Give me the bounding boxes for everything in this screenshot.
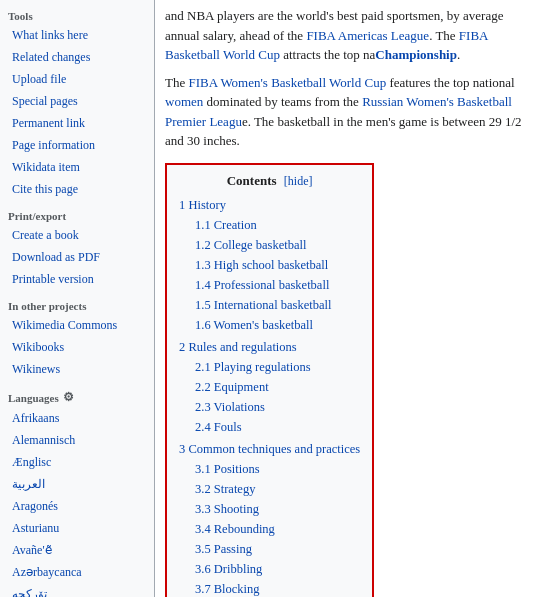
women-link[interactable]: women [165,94,203,109]
list-item: 2.4 Fouls [179,417,360,437]
toc-rules-link[interactable]: 2 Rules and regulations [179,340,297,354]
other-projects-section: In other projects Wikimedia Commons Wiki… [0,294,154,380]
list-item: 2.2 Equipment [179,377,360,397]
languages-section: Languages ⚙ Afrikaans Alemannisch Ænglis… [0,384,154,597]
list-item: 1.2 College basketball [179,235,360,255]
article-intro: and NBA players are the world's best pai… [165,6,535,65]
toc-title: Contents [hide] [179,173,360,189]
sidebar-item-wikimedia-commons[interactable]: Wikimedia Commons [0,314,154,336]
list-item: 1.5 International basketball [179,295,360,315]
toc-strategy-link[interactable]: 3.2 Strategy [195,482,255,496]
list-item: 1.3 High school basketball [179,255,360,275]
list-item: 3.7 Blocking [179,579,360,598]
sidebar-item-special-pages[interactable]: Special pages [0,90,154,112]
sidebar-item-arabic[interactable]: العربية [0,473,154,495]
toc-equipment-link[interactable]: 2.2 Equipment [195,380,269,394]
fiba-women-link[interactable]: FIBA Women's Basketball World Cup [188,75,386,90]
list-item: 2.1 Playing regulations [179,357,360,377]
sidebar-item-afrikaans[interactable]: Afrikaans [0,407,154,429]
list-item: 2 Rules and regulations [179,337,360,357]
list-item: 1.4 Professional basketball [179,275,360,295]
toc-shooting-link[interactable]: 3.3 Shooting [195,502,259,516]
toc-highschool-link[interactable]: 1.3 High school basketball [195,258,328,272]
championship-link[interactable]: Championship [375,47,457,62]
sidebar-item-avane[interactable]: Avañe'ẽ [0,539,154,561]
sidebar: Tools What links here Related changes Up… [0,0,155,597]
toc-history-link[interactable]: 1 History [179,198,226,212]
sidebar-item-upload-file[interactable]: Upload file [0,68,154,90]
list-item: 1 History [179,195,360,215]
toc-women-link[interactable]: 1.6 Women's basketball [195,318,313,332]
sidebar-item-printable-version[interactable]: Printable version [0,268,154,290]
languages-label: Languages [8,392,59,404]
list-item: 1.6 Women's basketball [179,315,360,335]
sidebar-item-wikinews[interactable]: Wikinews [0,358,154,380]
sidebar-item-permanent-link[interactable]: Permanent link [0,112,154,134]
sidebar-item-related-changes[interactable]: Related changes [0,46,154,68]
russian-league-link[interactable]: Russian Women's Basketball Premier Leagu [165,94,512,129]
list-item: 3.5 Passing [179,539,360,559]
article-para2: The FIBA Women's Basketball World Cup fe… [165,73,535,151]
main-content: and NBA players are the world's best pai… [155,0,545,597]
list-item: 2.3 Violations [179,397,360,417]
list-item: 3.3 Shooting [179,499,360,519]
toc-international-link[interactable]: 1.5 International basketball [195,298,331,312]
toc-passing-link[interactable]: 3.5 Passing [195,542,252,556]
sidebar-item-create-book[interactable]: Create a book [0,224,154,246]
list-item: 3.2 Strategy [179,479,360,499]
list-item: 1.1 Creation [179,215,360,235]
sidebar-item-aenglisc[interactable]: Ænglisc [0,451,154,473]
toc-violations-link[interactable]: 2.3 Violations [195,400,265,414]
sidebar-item-wikidata-item[interactable]: Wikidata item [0,156,154,178]
table-of-contents: Contents [hide] 1 History 1.1 Creation 1… [165,163,374,598]
toc-rebounding-link[interactable]: 3.4 Rebounding [195,522,275,536]
sidebar-item-asturianu[interactable]: Asturianu [0,517,154,539]
sidebar-item-torkce[interactable]: تۆرکجه [0,583,154,597]
sidebar-item-azerbaycanca[interactable]: Azərbaycanca [0,561,154,583]
toc-common-techniques-link[interactable]: 3 Common techniques and practices [179,442,360,456]
list-item: 3.6 Dribbling [179,559,360,579]
sidebar-item-cite-this-page[interactable]: Cite this page [0,178,154,200]
toc-dribbling-link[interactable]: 3.6 Dribbling [195,562,262,576]
print-heading: Print/export [0,204,154,224]
list-item: 3.4 Rebounding [179,519,360,539]
sidebar-item-download-pdf[interactable]: Download as PDF [0,246,154,268]
toc-professional-link[interactable]: 1.4 Professional basketball [195,278,329,292]
toc-blocking-link[interactable]: 3.7 Blocking [195,582,260,596]
sidebar-item-alemannisch[interactable]: Alemannisch [0,429,154,451]
languages-heading: Languages ⚙ [0,384,154,407]
toc-positions-link[interactable]: 3.1 Positions [195,462,260,476]
tools-section: Tools What links here Related changes Up… [0,4,154,200]
toc-playing-regs-link[interactable]: 2.1 Playing regulations [195,360,311,374]
list-item: 3 Common techniques and practices [179,439,360,459]
toc-fouls-link[interactable]: 2.4 Fouls [195,420,242,434]
toc-list: 1 History 1.1 Creation 1.2 College baske… [179,195,360,598]
sidebar-item-page-information[interactable]: Page information [0,134,154,156]
print-section: Print/export Create a book Download as P… [0,204,154,290]
gear-icon[interactable]: ⚙ [63,390,74,405]
fiba-americas-link[interactable]: FIBA Americas League [306,28,429,43]
toc-college-link[interactable]: 1.2 College basketball [195,238,306,252]
toc-hide-button[interactable]: [hide] [284,174,313,188]
tools-heading: Tools [0,4,154,24]
sidebar-item-wikibooks[interactable]: Wikibooks [0,336,154,358]
toc-creation-link[interactable]: 1.1 Creation [195,218,257,232]
sidebar-item-aragones[interactable]: Aragonés [0,495,154,517]
other-projects-heading: In other projects [0,294,154,314]
list-item: 3.1 Positions [179,459,360,479]
toc-title-text: Contents [227,173,277,188]
sidebar-item-what-links-here[interactable]: What links here [0,24,154,46]
